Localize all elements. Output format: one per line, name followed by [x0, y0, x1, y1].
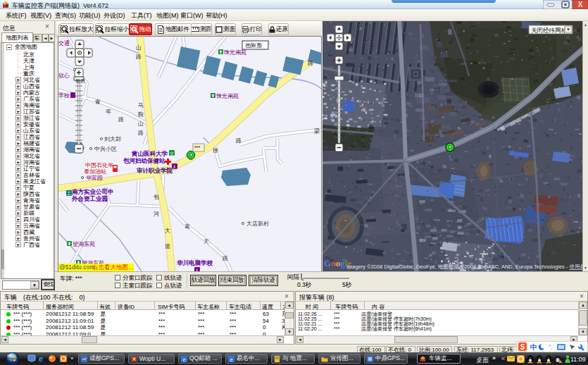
svg-text:路: 路	[138, 130, 144, 136]
svg-text:黄山医科大学: 黄山医科大学	[131, 150, 168, 157]
svg-text:路: 路	[136, 54, 142, 60]
svg-text:S: S	[520, 343, 525, 351]
svg-text:年: 年	[106, 109, 111, 115]
svg-text:交通: 交通	[58, 39, 70, 47]
svg-text:马: 马	[138, 102, 144, 109]
svg-text:珠光南苑: 珠光南苑	[224, 49, 246, 56]
svg-text:***: ***	[194, 145, 200, 150]
svg-text:交: 交	[169, 151, 174, 156]
svg-text:华富园: 华富园	[86, 175, 103, 181]
svg-text:@51ditu.com: @51ditu.com	[59, 264, 94, 271]
svg-text:°,: °,	[549, 344, 552, 350]
svg-text:Imagery ©2008 DigitalGlobe, Ge: Imagery ©2008 DigitalGlobe, GeoEye, 地图数据…	[346, 264, 582, 270]
svg-text:望湖东苑: 望湖东苑	[73, 241, 95, 247]
svg-text:徐: 徐	[213, 147, 218, 154]
svg-text:珠光南苑: 珠光南苑	[216, 93, 239, 99]
svg-text:南方实业公司中: 南方实业公司中	[72, 188, 114, 195]
svg-text:葛: 葛	[184, 223, 190, 230]
svg-text:包: 包	[154, 194, 159, 200]
svg-text:中兴小区: 中兴小区	[94, 146, 117, 152]
svg-text:大: 大	[204, 238, 209, 245]
svg-text:点击看大地图...: 点击看大地图...	[92, 264, 133, 271]
svg-text:e: e	[230, 357, 233, 361]
svg-text:学校: 学校	[58, 92, 70, 99]
svg-text:鞍: 鞍	[138, 111, 144, 118]
svg-text:中国石化华: 中国石化华	[85, 162, 114, 168]
svg-text:河: 河	[154, 211, 159, 217]
svg-text:A: A	[561, 359, 563, 364]
svg-text:包河妇幼保健站: 包河妇幼保健站	[123, 157, 165, 164]
svg-text:㑌居: 㑌居	[75, 78, 85, 84]
svg-text:梁: 梁	[314, 128, 320, 135]
svg-text:山: 山	[138, 120, 144, 127]
svg-text:路: 路	[308, 60, 313, 66]
svg-text:e: e	[39, 354, 43, 363]
svg-text:e: e	[183, 357, 186, 361]
svg-text:华川电脑学校: 华川电脑学校	[176, 259, 213, 266]
svg-text:软心: 软心	[58, 73, 70, 79]
svg-text:关闭经纬网格: 关闭经纬网格	[531, 27, 568, 34]
svg-text:»: »	[70, 355, 74, 361]
svg-text:外合资工业园: 外合资工业园	[71, 195, 108, 202]
svg-text:青: 青	[94, 99, 101, 105]
svg-text:刘大郢: 刘大郢	[104, 136, 121, 142]
svg-text:审计职业学院: 审计职业学院	[137, 167, 173, 174]
svg-text:工: 工	[67, 191, 71, 196]
svg-text:人: 人	[172, 165, 177, 169]
svg-text:大店新村: 大店新村	[246, 221, 269, 227]
svg-text:泰加油站: 泰加油站	[84, 168, 106, 175]
svg-text:路: 路	[223, 255, 228, 261]
svg-text:中: 中	[530, 343, 537, 351]
svg-text:路: 路	[236, 137, 242, 144]
svg-text:大: 大	[165, 228, 170, 234]
svg-text:X: X	[578, 1, 583, 8]
svg-text:画矩形: 画矩形	[245, 42, 262, 49]
svg-text:道: 道	[165, 243, 170, 249]
svg-text:山: 山	[136, 44, 142, 51]
svg-text:路: 路	[118, 116, 124, 123]
